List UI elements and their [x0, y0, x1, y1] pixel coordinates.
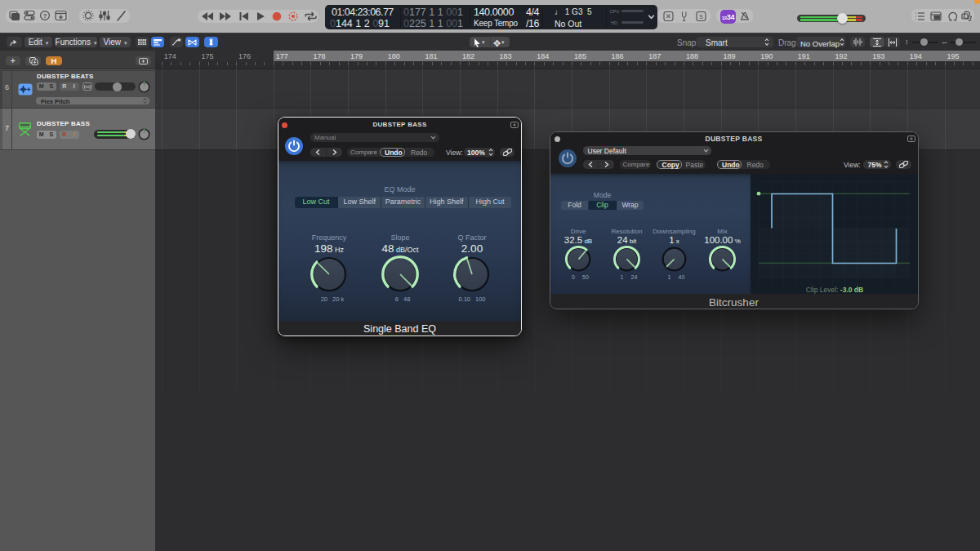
svg-text:?: ? [43, 12, 47, 20]
svg-text:S: S [699, 13, 703, 20]
